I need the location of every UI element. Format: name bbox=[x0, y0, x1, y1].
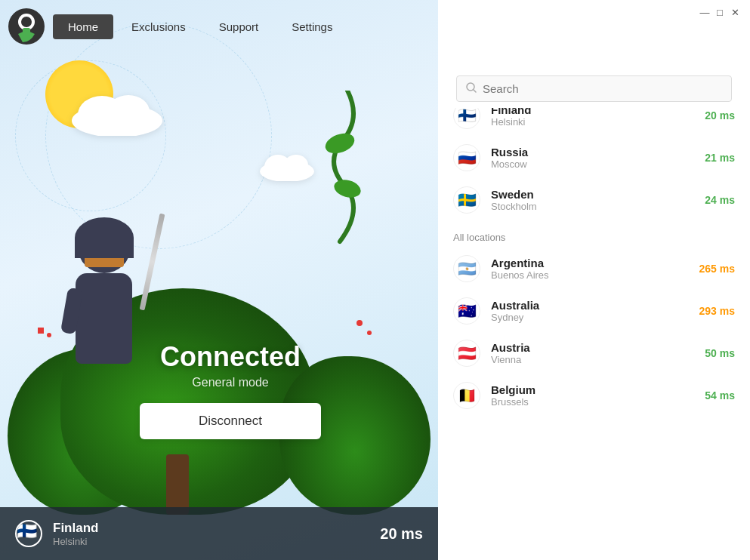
location-ping: 54 ms bbox=[705, 389, 735, 402]
location-country: Australia bbox=[491, 299, 699, 312]
tree-trunk bbox=[166, 454, 189, 515]
location-row[interactable]: 🇦🇷 Argentina Buenos Aires 265 ms bbox=[438, 248, 750, 290]
nav-tab-home[interactable]: Home bbox=[53, 14, 113, 39]
vine-illustration bbox=[302, 91, 378, 257]
location-info: Sweden Stockholm bbox=[491, 188, 705, 212]
deco-berry-4 bbox=[367, 331, 372, 335]
nav-tabs: Home Exclusions Support Settings bbox=[53, 14, 347, 39]
search-icon bbox=[466, 82, 477, 95]
location-country: Argentina bbox=[491, 257, 699, 269]
bottom-city: Helsinki bbox=[53, 536, 380, 547]
location-ping: 265 ms bbox=[699, 263, 735, 275]
svg-point-7 bbox=[332, 177, 363, 201]
svg-point-10 bbox=[21, 17, 32, 27]
window-controls: — □ ✕ bbox=[690, 0, 750, 24]
flag-icon: 🇸🇪 bbox=[453, 186, 480, 214]
right-panel: Fastest locations 🇫🇮 Finland Helsinki 20… bbox=[438, 0, 750, 560]
svg-point-6 bbox=[323, 130, 357, 157]
fastest-locations-list: 🇫🇮 Finland Helsinki 20 ms 🇷🇺 Russia Mosc… bbox=[438, 94, 750, 221]
svg-point-2 bbox=[107, 95, 150, 128]
location-info: Russia Moscow bbox=[491, 146, 705, 170]
flag-icon: 🇦🇺 bbox=[453, 297, 480, 325]
nav-tab-support[interactable]: Support bbox=[204, 14, 274, 39]
bottom-flag: 🇫🇮 bbox=[15, 520, 42, 547]
location-country: Russia bbox=[491, 146, 705, 158]
all-locations-list: 🇦🇷 Argentina Buenos Aires 265 ms 🇦🇺 Aust… bbox=[438, 248, 750, 417]
maximize-button[interactable]: □ bbox=[714, 6, 726, 18]
flag-icon: 🇦🇷 bbox=[453, 255, 480, 282]
deco-berry-2 bbox=[47, 333, 51, 337]
flag-icon: 🇧🇪 bbox=[453, 382, 480, 409]
location-city: Stockholm bbox=[491, 201, 705, 212]
location-ping: 50 ms bbox=[705, 347, 735, 359]
location-row[interactable]: 🇦🇹 Austria Vienna 50 ms bbox=[438, 332, 750, 374]
nav-tab-exclusions[interactable]: Exclusions bbox=[116, 14, 201, 39]
flag-icon: 🇦🇹 bbox=[453, 340, 480, 367]
bottom-ping: 20 ms bbox=[380, 525, 423, 543]
location-city: Brussels bbox=[491, 396, 705, 408]
bottom-country: Finland bbox=[53, 521, 380, 536]
location-city: Vienna bbox=[491, 354, 705, 365]
search-input[interactable] bbox=[483, 82, 722, 95]
close-button[interactable]: ✕ bbox=[729, 6, 741, 18]
location-row[interactable]: 🇦🇺 Australia Sydney 293 ms bbox=[438, 290, 750, 332]
cloud-main-illustration bbox=[68, 83, 166, 139]
location-info: Argentina Buenos Aires bbox=[491, 257, 699, 281]
left-panel: Home Exclusions Support Settings Connect… bbox=[0, 0, 438, 560]
search-container bbox=[446, 68, 742, 108]
nav-tab-settings[interactable]: Settings bbox=[276, 14, 347, 39]
location-ping: 20 ms bbox=[705, 109, 735, 122]
location-country: Austria bbox=[491, 341, 705, 354]
location-city: Helsinki bbox=[491, 116, 705, 128]
nav-bar: Home Exclusions Support Settings bbox=[0, 0, 438, 53]
bottom-status-bar: 🇫🇮 Finland Helsinki 20 ms bbox=[0, 507, 438, 560]
location-city: Sydney bbox=[491, 312, 699, 323]
location-ping: 21 ms bbox=[705, 152, 735, 164]
location-row[interactable]: 🇧🇪 Belgium Brussels 54 ms bbox=[438, 374, 750, 417]
disconnect-button[interactable]: Disconnect bbox=[140, 403, 321, 439]
location-row[interactable]: 🇷🇺 Russia Moscow 21 ms bbox=[438, 137, 750, 179]
location-city: Moscow bbox=[491, 158, 705, 170]
all-section-header: All locations bbox=[438, 221, 750, 248]
svg-line-13 bbox=[474, 90, 476, 92]
minimize-button[interactable]: — bbox=[699, 6, 711, 18]
search-box[interactable] bbox=[456, 75, 732, 102]
app-logo bbox=[8, 8, 45, 45]
location-row[interactable]: 🇸🇪 Sweden Stockholm 24 ms bbox=[438, 179, 750, 221]
location-info: Belgium Brussels bbox=[491, 383, 705, 408]
location-country: Sweden bbox=[491, 188, 705, 201]
location-city: Buenos Aires bbox=[491, 269, 699, 281]
location-ping: 24 ms bbox=[705, 194, 735, 206]
bottom-location: Finland Helsinki bbox=[53, 521, 380, 547]
connected-status: Connected bbox=[38, 341, 423, 373]
status-overlay: Connected General mode Disconnect bbox=[38, 341, 423, 439]
connection-mode: General mode bbox=[38, 376, 423, 389]
deco-berry-1 bbox=[38, 328, 44, 334]
deco-berry-3 bbox=[356, 320, 363, 326]
svg-rect-11 bbox=[23, 28, 30, 38]
location-ping: 293 ms bbox=[699, 305, 735, 317]
location-info: Austria Vienna bbox=[491, 341, 705, 365]
location-info: Australia Sydney bbox=[491, 299, 699, 323]
flag-icon: 🇷🇺 bbox=[453, 144, 480, 171]
location-country: Belgium bbox=[491, 383, 705, 396]
